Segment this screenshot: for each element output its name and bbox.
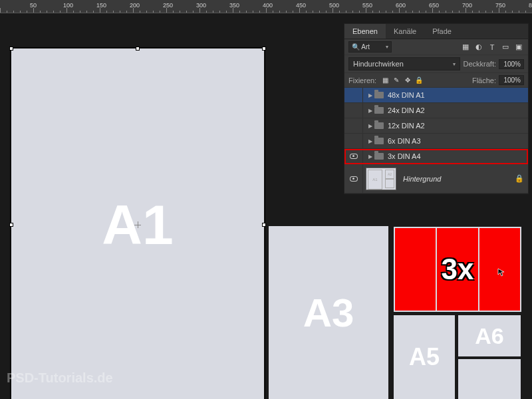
layer-name: 12x DIN A2 (388, 122, 425, 130)
folder-icon (374, 138, 384, 144)
layer-row-background[interactable]: A1A2 Hintergrund 🔒 (344, 164, 528, 194)
transform-handle-w[interactable] (9, 223, 13, 227)
ruler-label: 250 (163, 2, 173, 9)
ruler-label: 750 (495, 2, 505, 9)
a6-label: A6 (475, 323, 503, 349)
move-cursor-icon (497, 268, 507, 277)
eye-icon (350, 176, 358, 182)
a6-artboard: A6 (458, 315, 521, 356)
ruler-label: 450 (296, 2, 306, 9)
tab-channels[interactable]: Kanäle (386, 24, 424, 39)
lock-position-icon[interactable]: ✥ (403, 76, 412, 85)
fill-input[interactable]: 100% (499, 75, 524, 85)
disclosure-arrow-icon[interactable]: ▶ (363, 123, 374, 129)
transform-handle-n[interactable] (136, 47, 140, 51)
folder-icon (374, 92, 384, 98)
folder-icon (374, 153, 384, 160)
a5-label: A5 (409, 343, 440, 371)
visibility-toggle[interactable] (344, 149, 363, 164)
lock-row: Fixieren: ▦ ✎ ✥ 🔒 Fläche: 100% (344, 73, 528, 88)
tab-layers[interactable]: Ebenen (344, 24, 386, 39)
layer-row[interactable]: ▶48x DIN A1 (344, 88, 528, 103)
a3-label: A3 (303, 290, 354, 336)
ruler-label: 200 (130, 2, 140, 9)
blend-mode-select[interactable]: Hindurchwirken▾ (348, 57, 460, 70)
ruler-label: 350 (229, 2, 239, 9)
layer-name: 24x DIN A2 (388, 106, 425, 114)
a1-artboard[interactable]: A1 (11, 49, 264, 399)
eye-icon (350, 154, 358, 159)
blend-row: Hindurchwirken▾ Deckkraft: 100% (344, 55, 528, 73)
transform-handle-ne[interactable] (262, 47, 266, 51)
filter-shape-icon[interactable]: ▭ (500, 42, 511, 53)
opacity-input[interactable]: 100% (499, 59, 524, 69)
blend-mode-label: Hindurchwirken (353, 60, 404, 68)
watermark: PSD-Tutorials.de (7, 370, 113, 386)
opacity-label: Deckkraft: (463, 60, 496, 68)
ruler-label: 550 (362, 2, 372, 9)
visibility-toggle[interactable] (344, 164, 363, 193)
visibility-toggle[interactable] (344, 103, 363, 118)
ruler-label: 600 (396, 2, 406, 9)
filter-pixel-icon[interactable]: ▦ (460, 42, 471, 53)
lock-pixels-icon[interactable]: ✎ (392, 76, 401, 85)
ruler-label: 100 (63, 2, 73, 9)
layer-row[interactable]: ▶6x DIN A3 (344, 134, 528, 149)
filter-text-icon[interactable]: T (487, 42, 497, 53)
ruler-label: 700 (462, 2, 472, 9)
disclosure-arrow-icon[interactable]: ▶ (363, 138, 374, 144)
folder-icon (374, 107, 384, 114)
horizontal-ruler: 0501001502002503003504004505005506006507… (0, 0, 532, 13)
disclosure-arrow-icon[interactable]: ▶ (363, 154, 374, 160)
disclosure-arrow-icon[interactable]: ▶ (363, 108, 374, 114)
layer-name: Hintergrund (403, 175, 441, 183)
disclosure-arrow-icon[interactable]: ▶ (363, 92, 374, 98)
lock-transparent-icon[interactable]: ▦ (380, 76, 390, 85)
layer-list: ▶48x DIN A1▶24x DIN A2▶12x DIN A2▶6x DIN… (344, 88, 528, 164)
layer-thumbnail[interactable]: A1A2 (366, 168, 396, 190)
a3-artboard: A3 (269, 226, 388, 399)
ruler-label: 650 (429, 2, 439, 9)
lock-icon: 🔒 (515, 174, 524, 183)
ruler-label: 150 (96, 2, 106, 9)
a5-artboard: A5 (394, 315, 455, 399)
visibility-toggle[interactable] (344, 134, 363, 148)
layer-name: 3x DIN A4 (388, 152, 421, 160)
layers-panel: Ebenen Kanäle Pfade 🔍 Art▾ ▦ ◐ T ▭ ▣ Hin… (344, 23, 529, 194)
visibility-toggle[interactable] (344, 88, 363, 102)
lock-all-icon[interactable]: 🔒 (414, 76, 424, 85)
ruler-label: 400 (263, 2, 273, 9)
layer-row[interactable]: ▶12x DIN A2 (344, 118, 528, 134)
visibility-toggle[interactable] (344, 118, 363, 133)
transform-handle-nw[interactable] (9, 47, 13, 51)
three-x-label: 3x (442, 253, 474, 286)
filter-smart-icon[interactable]: ▣ (513, 42, 524, 53)
fill-label: Fläche: (472, 76, 496, 84)
ruler-label: 500 (329, 2, 339, 9)
panel-tabs: Ebenen Kanäle Pfade (344, 24, 528, 39)
filter-adjustment-icon[interactable]: ◐ (473, 42, 484, 53)
filter-row: 🔍 Art▾ ▦ ◐ T ▭ ▣ (344, 39, 528, 55)
lock-label: Fixieren: (348, 76, 376, 84)
layer-row[interactable]: ▶3x DIN A4 (344, 149, 528, 164)
layer-name: 6x DIN A3 (388, 137, 421, 145)
tab-paths[interactable]: Pfade (424, 24, 460, 39)
layer-row[interactable]: ▶24x DIN A2 (344, 103, 528, 118)
filter-label: Art (361, 43, 370, 51)
ruler-label: 300 (196, 2, 206, 9)
transform-handle-e[interactable] (262, 223, 266, 227)
layer-filter-select[interactable]: 🔍 Art▾ (348, 41, 392, 53)
layer-name: 48x DIN A1 (388, 91, 425, 99)
a6-artboard-blank (458, 359, 521, 399)
folder-icon (374, 122, 384, 129)
a4-slice (395, 228, 436, 311)
